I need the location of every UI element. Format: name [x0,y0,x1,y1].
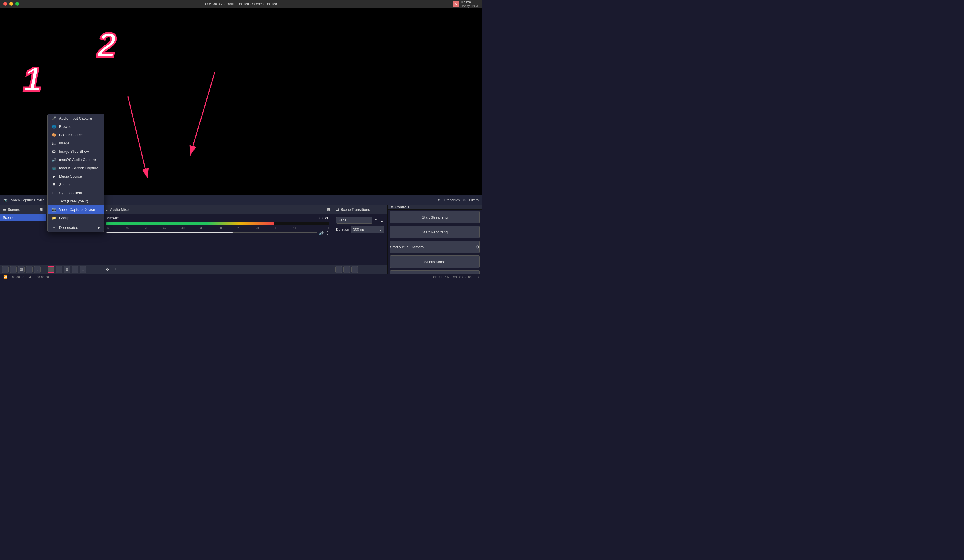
minimize-button[interactable] [10,2,13,6]
record-icon: ⏺ [29,276,32,279]
menu-deprecated[interactable]: ⚠ Deprecated ▶ [47,223,104,232]
scene-down-button[interactable]: ↓ [34,266,41,273]
preview-column: 1 2 [0,8,482,274]
transitions-header-icon: ⇄ [336,208,339,212]
notification-area: K Kosze Today, 18:20 [453,0,479,8]
transitions-content: Fade ⌄ ⌃ ⌃ Duration 300 ms ⌄ [333,214,387,236]
menu-colour-source[interactable]: 🎨 Colour Source [47,131,104,139]
select-stepper-down[interactable]: ⌃ [379,217,384,224]
source-up-button[interactable]: ↑ [72,266,78,273]
username: Kosze [461,0,479,4]
menu-image-slideshow[interactable]: 🖼 Image Slide Show [47,147,104,156]
controls-panel: ⚙ Controls Start Streaming Start Recordi… [388,205,482,274]
menu-macos-audio[interactable]: 🔊 macOS Audio Capture [47,156,104,164]
titlebar: OBS 30.0.2 - Profile: Untitled - Scenes:… [0,0,482,8]
channel-level: 0.0 dB [319,216,329,220]
add-scene-button[interactable]: + [2,266,8,273]
scene-item[interactable]: Scene [0,214,46,221]
deprecated-icon: ⚠ [52,226,56,230]
menu-image[interactable]: 🖼 Image [47,139,104,147]
menu-scene[interactable]: ☰ Scene [47,180,104,189]
audio-slider-thumb [106,232,233,234]
transitions-header: ⇄ Scene Transitions [333,205,387,214]
start-streaming-button[interactable]: Start Streaming [390,211,480,223]
preview-number-1: 1 [23,60,42,99]
menu-browser[interactable]: 🌐 Browser [47,122,104,131]
audio-volume-slider[interactable] [106,232,317,234]
window-controls [3,2,19,6]
macos-screen-icon: 📺 [52,166,56,170]
studio-mode-button[interactable]: Studio Mode [390,255,480,268]
user-info: Kosze Today, 18:20 [461,0,479,8]
add-transition-button[interactable]: + [335,266,342,273]
scenes-header-label: Scenes [8,208,20,212]
start-virtual-camera-button[interactable]: Start Virtual Camera ⚙ [390,240,480,253]
duration-row: Duration 300 ms ⌄ [336,226,384,233]
stream-time: 00:00:00 [37,276,49,279]
menu-text-freetype[interactable]: T Text (FreeType 2) [47,197,104,205]
channel-name: Mic/Aux [106,216,119,220]
remove-transition-button[interactable]: − [344,266,350,273]
transition-type-select[interactable]: Fade ⌄ [336,217,372,224]
start-recording-button[interactable]: Start Recording [390,226,480,238]
scene-props-button[interactable]: ⊟ [18,266,24,273]
duration-input[interactable]: 300 ms ⌄ [351,226,384,233]
scenes-panel-header: ☰ Scenes ⊞ [0,205,46,214]
properties-btn[interactable]: Properties [444,198,460,202]
audio-level-bar [106,222,329,226]
remove-source-button[interactable]: − [55,266,62,273]
audio-scale: -60 -55 -50 -45 -40 -35 -30 -25 -20 -15 … [106,227,329,229]
menu-video-capture[interactable]: 📷 Video Capture Device [47,205,104,214]
text-icon: T [52,200,56,203]
browser-icon: 🌐 [52,125,56,129]
menu-syphon[interactable]: ⬡ Syphon Client [47,189,104,197]
scene-icon: ☰ [52,183,56,187]
scenes-footer: + − ⊟ ↑ ↓ [0,265,46,274]
menu-media-source[interactable]: ▶ Media Source [47,172,104,180]
source-name: Video Capture Device [11,198,45,202]
select-stepper-up[interactable]: ⌃ [373,217,378,224]
audio-options-icon[interactable]: ⋮ [326,230,329,235]
duration-stepper: ⌄ [379,227,382,231]
scene-transitions-panel: ⇄ Scene Transitions Fade ⌄ ⌃ ⌃ [333,205,388,274]
transition-options-button[interactable]: ⋮ [352,266,358,273]
colour-source-icon: 🎨 [52,133,56,137]
maximize-button[interactable] [15,2,19,6]
add-source-button[interactable]: + [47,266,54,273]
bottom-panels: ☰ Scenes ⊞ Scene + − ⊟ ↑ ↓ [0,205,482,274]
record-time: 00:00:00 [12,276,24,279]
controls-buttons: Start Streaming Start Recording Start Vi… [388,209,482,274]
settings-button[interactable]: Settings [390,270,480,274]
scenes-expand-icon: ⊞ [40,208,42,212]
app-container: OBS 30.0.2 - Profile: Untitled - Scenes:… [0,0,482,280]
context-menu: 🎤 Audio Input Capture 🌐 Browser 🎨 Colour… [47,114,104,232]
virtual-camera-settings[interactable]: ⚙ [476,245,479,249]
deprecated-arrow: ▶ [98,226,100,229]
camera-icon: 📷 [3,198,8,202]
transitions-header-label: Scene Transitions [340,208,370,212]
remove-scene-button[interactable]: − [10,266,16,273]
close-button[interactable] [3,2,7,6]
window-title: OBS 30.0.2 - Profile: Untitled - Scenes:… [205,2,277,6]
audio-settings-icon[interactable]: ⚙ [106,267,109,271]
preview-number-2: 2 [97,25,117,65]
scene-up-button[interactable]: ↑ [26,266,33,273]
menu-macos-screen[interactable]: 📺 macOS Screen Capture [47,164,104,172]
audio-mute-icon[interactable]: 🔊 [319,230,324,235]
syphon-icon: ⬡ [52,191,56,195]
transitions-select: Fade ⌄ ⌃ ⌃ [336,217,384,224]
duration-label: Duration [336,227,349,231]
source-props-button[interactable]: ⊟ [64,266,70,273]
controls-header-label: Controls [395,205,409,209]
source-down-button[interactable]: ↓ [80,266,86,273]
cpu-usage: CPU: 3.7% [433,276,448,279]
audio-mixer-panel: ♫ Audio Mixer ⊞ Mic/Aux 0.0 dB - [103,205,333,274]
filters-btn[interactable]: Filters [469,198,479,202]
select-chevron: ⌄ [367,218,370,222]
menu-audio-input[interactable]: 🎤 Audio Input Capture [47,114,104,122]
menu-group[interactable]: 📁 Group [47,214,104,222]
sources-footer: + − ⊟ ↑ ↓ [46,265,103,274]
middle-section: 1 2 [0,8,482,274]
controls-header: ⚙ Controls [388,205,482,209]
audio-menu-icon[interactable]: ⋮ [113,267,117,271]
